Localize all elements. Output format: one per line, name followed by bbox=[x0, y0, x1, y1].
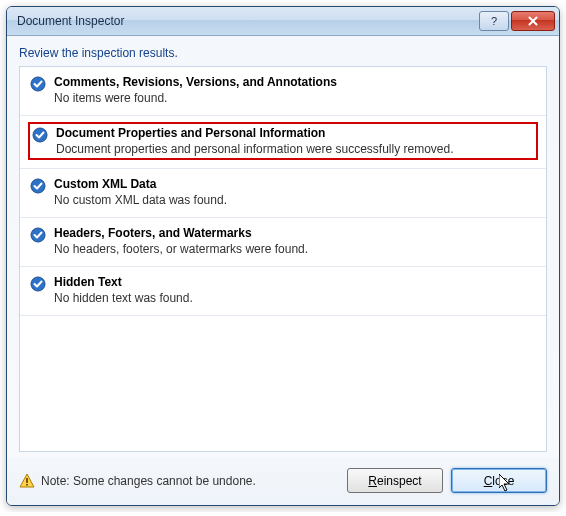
help-button[interactable]: ? bbox=[479, 11, 509, 31]
instructions-text: Review the inspection results. bbox=[19, 46, 547, 60]
checkmark-icon bbox=[30, 178, 46, 194]
close-button[interactable]: Close bbox=[451, 468, 547, 493]
result-title: Comments, Revisions, Versions, and Annot… bbox=[54, 75, 536, 89]
result-item: Custom XML DataNo custom XML data was fo… bbox=[20, 169, 546, 218]
checkmark-icon bbox=[30, 76, 46, 92]
result-item: Headers, Footers, and WatermarksNo heade… bbox=[20, 218, 546, 267]
result-item: Document Properties and Personal Informa… bbox=[20, 116, 546, 169]
result-title: Custom XML Data bbox=[54, 177, 536, 191]
result-title: Document Properties and Personal Informa… bbox=[56, 126, 534, 140]
document-inspector-dialog: Document Inspector ? Review the inspecti… bbox=[6, 6, 560, 506]
reinspect-button[interactable]: Reinspect bbox=[347, 468, 443, 493]
footer-note: Note: Some changes cannot be undone. bbox=[41, 474, 341, 488]
checkmark-icon bbox=[32, 127, 48, 143]
result-text: Hidden TextNo hidden text was found. bbox=[54, 275, 536, 305]
checkmark-icon bbox=[30, 276, 46, 292]
result-text: Document Properties and Personal Informa… bbox=[56, 126, 534, 156]
highlight-annotation: Document Properties and Personal Informa… bbox=[28, 122, 538, 160]
titlebar: Document Inspector ? bbox=[7, 7, 559, 36]
dialog-footer: Note: Some changes cannot be undone. Rei… bbox=[7, 458, 559, 505]
window-title: Document Inspector bbox=[17, 14, 479, 28]
result-description: No headers, footers, or watermarks were … bbox=[54, 242, 536, 256]
dialog-body: Review the inspection results. Comments,… bbox=[7, 36, 559, 458]
help-icon: ? bbox=[491, 15, 497, 27]
results-panel: Comments, Revisions, Versions, and Annot… bbox=[19, 66, 547, 452]
result-title: Headers, Footers, and Watermarks bbox=[54, 226, 536, 240]
warning-icon bbox=[19, 473, 35, 489]
svg-rect-7 bbox=[26, 484, 28, 486]
titlebar-buttons: ? bbox=[479, 11, 555, 31]
close-icon bbox=[528, 16, 538, 26]
result-description: No custom XML data was found. bbox=[54, 193, 536, 207]
svg-rect-6 bbox=[26, 478, 28, 483]
result-text: Headers, Footers, and WatermarksNo heade… bbox=[54, 226, 536, 256]
result-description: Document properties and personal informa… bbox=[56, 142, 534, 156]
result-description: No hidden text was found. bbox=[54, 291, 536, 305]
checkmark-icon bbox=[30, 227, 46, 243]
result-description: No items were found. bbox=[54, 91, 536, 105]
result-title: Hidden Text bbox=[54, 275, 536, 289]
result-item: Hidden TextNo hidden text was found. bbox=[20, 267, 546, 316]
window-close-button[interactable] bbox=[511, 11, 555, 31]
result-text: Custom XML DataNo custom XML data was fo… bbox=[54, 177, 536, 207]
result-text: Comments, Revisions, Versions, and Annot… bbox=[54, 75, 536, 105]
result-item: Comments, Revisions, Versions, and Annot… bbox=[20, 67, 546, 116]
